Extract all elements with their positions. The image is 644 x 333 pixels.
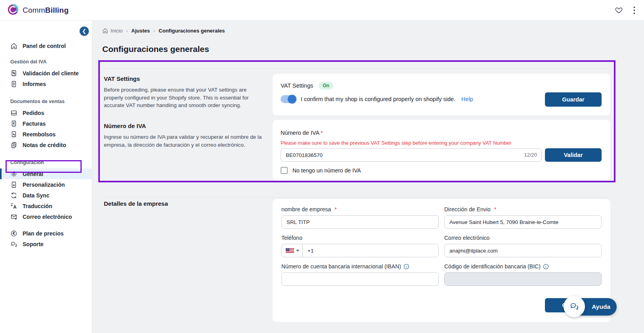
phone-field: Teléfono (281, 235, 439, 257)
vat-number-section-info: Número de IVA Ingrese su número de IVA p… (104, 122, 263, 149)
us-flag-icon (286, 248, 294, 253)
phone-input[interactable] (303, 244, 438, 257)
sidebar-section-documentos: Documentos de ventas (0, 99, 92, 104)
sidebar-item-correo-electronico[interactable]: Correo electrónico (0, 211, 92, 222)
vat-settings-section-info: VAT Settings Before proceeding, please e… (104, 75, 263, 109)
sidebar: ❮ Panel de control Gestión del IVA Valid… (0, 21, 92, 333)
help-button-label: Ayuda (592, 303, 610, 310)
sidebar-item-plan-de-precios[interactable]: € Plan de precios (0, 228, 92, 239)
chevron-down-icon (296, 250, 299, 252)
bic-field: Código de identificación bancaria (BIC) (444, 263, 602, 286)
vat-save-button[interactable]: Guardar (545, 92, 602, 107)
email-field: Correo electrónico (444, 235, 602, 257)
sidebar-item-pedidos[interactable]: Pedidos (0, 107, 92, 118)
company-name-label: nombre de empresa* (281, 206, 439, 212)
home-icon (102, 28, 108, 34)
page-title: Configuraciones generales (102, 44, 209, 54)
customization-icon (10, 181, 17, 188)
svg-text:€: € (12, 122, 15, 125)
sidebar-item-validacion-del-cliente[interactable]: Validación del cliente (0, 68, 92, 78)
top-bar: CommBilling (0, 0, 644, 21)
sidebar-item-soporte[interactable]: Soporte (0, 239, 92, 249)
breadcrumb-ajustes[interactable]: Ajustes (131, 28, 150, 34)
char-counter: 12/20 (524, 152, 537, 158)
section-description: Before proceeding, please ensure that yo… (104, 86, 263, 109)
divider (102, 68, 610, 69)
info-icon[interactable] (543, 264, 549, 270)
brand-logo[interactable]: CommBilling (7, 4, 69, 17)
sidebar-item-personalizacion[interactable]: Personalización (0, 179, 92, 190)
sidebar-item-label: Correo electrónico (23, 214, 72, 220)
sidebar-item-facturas[interactable]: € Facturas (0, 118, 92, 129)
company-name-field: nombre de empresa* (281, 206, 439, 229)
company-details-section-info: Detalles de la empresa (104, 200, 263, 207)
no-vat-checkbox-label: No tengo un número de IVA (292, 167, 361, 174)
shipping-address-input[interactable] (444, 215, 602, 229)
vat-number-field-label: Número de IVA* (281, 130, 323, 136)
sidebar-item-notas-de-credito[interactable]: Notas de crédito (0, 140, 92, 150)
status-badge-on: On (319, 82, 333, 90)
section-title: Número de IVA (104, 122, 263, 129)
sidebar-item-data-sync[interactable]: Data Sync (0, 190, 92, 201)
home-icon (10, 42, 17, 50)
section-title: Detalles de la empresa (104, 200, 263, 207)
sidebar-item-label: Notas de crédito (23, 142, 66, 148)
iban-label: Número de cuenta bancaria internacional … (281, 263, 439, 270)
sidebar-item-label: Facturas (23, 121, 46, 127)
sidebar-item-informes[interactable]: Informes (0, 78, 92, 89)
svg-text:A: A (13, 205, 17, 209)
divider (102, 197, 610, 197)
vat-settings-label: VAT Settings (281, 82, 313, 89)
sidebar-item-label: Personalización (23, 182, 65, 188)
validate-button[interactable]: Validar (545, 148, 602, 162)
sidebar-collapse-button[interactable]: ❮ (80, 27, 89, 36)
vat-number-card: Número de IVA* Please make sure to save … (273, 120, 610, 180)
phone-label: Teléfono (281, 235, 439, 241)
sidebar-item-reembolsos[interactable]: Reembolsos (0, 129, 92, 140)
help-link[interactable]: Help (461, 96, 473, 102)
country-code-selector[interactable] (282, 244, 303, 257)
email-input[interactable] (444, 244, 602, 257)
kebab-menu-icon[interactable] (633, 6, 635, 14)
gear-icon (10, 170, 17, 178)
bic-label: Código de identificación bancaria (BIC) (444, 263, 602, 270)
customer-validation-icon (10, 70, 17, 77)
company-name-input[interactable] (281, 215, 439, 229)
support-chat-icon (10, 241, 17, 248)
vat-settings-card: VAT Settings On I confirm that my shop i… (273, 74, 610, 115)
vat-number-warning: Please make sure to save the previous VA… (281, 140, 511, 146)
svg-text:€: € (12, 232, 15, 235)
sidebar-item-label: Data Sync (23, 192, 50, 199)
iban-field: Número de cuenta bancaria internacional … (281, 263, 439, 286)
breadcrumb-home[interactable]: Inicio (102, 28, 122, 34)
section-title: VAT Settings (104, 75, 263, 82)
sidebar-item-label: General (23, 171, 43, 177)
info-icon[interactable] (403, 264, 409, 270)
bic-input (444, 272, 602, 286)
chevron-right-icon: › (126, 28, 128, 34)
pricing-icon: € (10, 230, 17, 237)
vat-number-input[interactable] (281, 148, 542, 162)
invoices-icon: € (10, 120, 17, 127)
favorite-heart-icon[interactable] (615, 6, 623, 14)
sidebar-item-label: Plan de precios (23, 230, 63, 237)
orders-icon (10, 109, 17, 117)
refunds-icon (10, 131, 17, 138)
sidebar-item-traduccion[interactable]: xA Traducción (0, 201, 92, 211)
sidebar-item-general[interactable]: General (0, 168, 92, 179)
sidebar-item-label: Validación del cliente (23, 70, 79, 77)
brand-logo-icon (7, 4, 19, 17)
svg-text:x: x (11, 203, 13, 207)
no-vat-checkbox[interactable] (281, 167, 288, 174)
help-floating-button[interactable]: Ayuda (564, 296, 608, 318)
vat-confirm-toggle[interactable] (281, 95, 296, 103)
iban-input[interactable] (281, 272, 439, 286)
vat-confirm-text: I confirm that my shop is configured pro… (301, 96, 455, 102)
required-asterisk: * (334, 206, 336, 212)
sidebar-section-configuracion: Configuración (0, 160, 92, 165)
no-vat-checkbox-row[interactable]: No tengo un número de IVA (281, 167, 361, 174)
company-details-card: nombre de empresa* Dirección de Envio* T… (273, 199, 610, 322)
breadcrumb: Inicio › Ajustes › Configuraciones gener… (102, 28, 225, 34)
sidebar-item-label: Traducción (23, 203, 52, 209)
sidebar-item-panel-de-control[interactable]: Panel de control (0, 40, 92, 51)
